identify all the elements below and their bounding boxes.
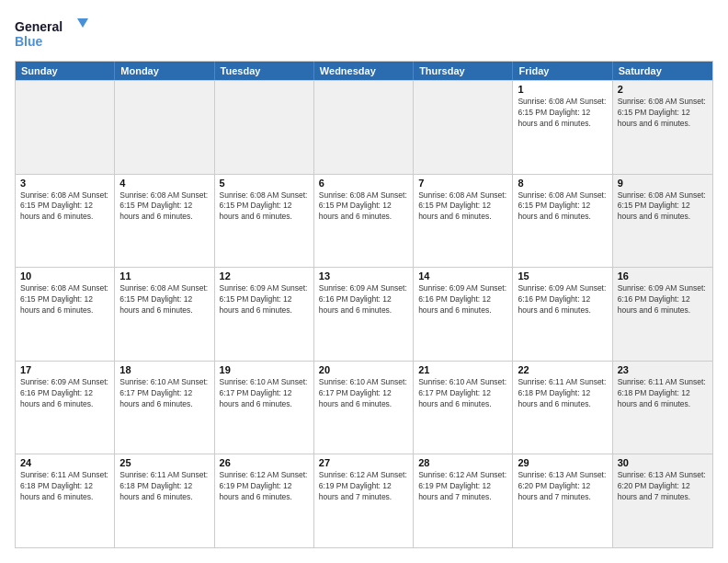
day-number: 4: [119, 178, 209, 189]
day-info: Sunrise: 6:11 AM Sunset: 6:18 PM Dayligh…: [119, 470, 209, 503]
day-number: 6: [319, 178, 408, 189]
day-number: 3: [20, 178, 109, 189]
day-info: Sunrise: 6:11 AM Sunset: 6:18 PM Dayligh…: [20, 470, 109, 503]
calendar-cell-5-3: 26Sunrise: 6:12 AM Sunset: 6:19 PM Dayli…: [215, 454, 314, 547]
svg-marker-2: [77, 18, 88, 28]
calendar-cell-4-5: 21Sunrise: 6:10 AM Sunset: 6:17 PM Dayli…: [414, 362, 513, 454]
header-monday: Monday: [115, 62, 214, 80]
day-info: Sunrise: 6:12 AM Sunset: 6:19 PM Dayligh…: [319, 470, 408, 503]
calendar-cell-1-3: [215, 81, 314, 174]
day-number: 22: [518, 364, 607, 375]
day-info: Sunrise: 6:08 AM Sunset: 6:15 PM Dayligh…: [618, 190, 708, 224]
header-thursday: Thursday: [414, 62, 513, 80]
calendar-cell-3-5: 14Sunrise: 6:09 AM Sunset: 6:16 PM Dayli…: [414, 268, 513, 361]
page: General Blue Sunday Monday Tuesday Wedne…: [0, 0, 728, 563]
day-number: 11: [119, 270, 209, 282]
calendar-cell-1-2: [115, 81, 214, 174]
calendar-cell-2-6: 8Sunrise: 6:08 AM Sunset: 6:15 PM Daylig…: [513, 175, 612, 268]
calendar-cell-4-1: 17Sunrise: 6:09 AM Sunset: 6:16 PM Dayli…: [16, 362, 115, 454]
calendar: Sunday Monday Tuesday Wednesday Thursday…: [15, 61, 713, 548]
calendar-cell-2-2: 4Sunrise: 6:08 AM Sunset: 6:15 PM Daylig…: [115, 175, 214, 268]
day-info: Sunrise: 6:08 AM Sunset: 6:15 PM Dayligh…: [518, 190, 607, 224]
calendar-cell-1-6: 1Sunrise: 6:08 AM Sunset: 6:15 PM Daylig…: [513, 81, 612, 174]
day-number: 20: [319, 364, 408, 375]
calendar-cell-3-4: 13Sunrise: 6:09 AM Sunset: 6:16 PM Dayli…: [314, 268, 414, 361]
logo: General Blue: [15, 15, 88, 52]
calendar-cell-4-4: 20Sunrise: 6:10 AM Sunset: 6:17 PM Dayli…: [314, 362, 414, 454]
day-info: Sunrise: 6:08 AM Sunset: 6:15 PM Dayligh…: [618, 97, 708, 130]
calendar-cell-3-7: 16Sunrise: 6:09 AM Sunset: 6:16 PM Dayli…: [613, 268, 712, 361]
calendar-cell-1-4: [314, 81, 414, 174]
day-number: 15: [518, 270, 607, 282]
calendar-body: 1Sunrise: 6:08 AM Sunset: 6:15 PM Daylig…: [16, 80, 712, 547]
calendar-cell-1-7: 2Sunrise: 6:08 AM Sunset: 6:15 PM Daylig…: [613, 81, 712, 174]
calendar-cell-2-1: 3Sunrise: 6:08 AM Sunset: 6:15 PM Daylig…: [16, 175, 115, 268]
header: General Blue: [15, 15, 713, 52]
svg-text:General: General: [15, 19, 63, 34]
header-friday: Friday: [513, 62, 612, 80]
day-number: 30: [618, 457, 708, 468]
header-wednesday: Wednesday: [314, 62, 414, 80]
calendar-cell-1-1: [16, 81, 115, 174]
day-info: Sunrise: 6:11 AM Sunset: 6:18 PM Dayligh…: [618, 377, 708, 410]
day-number: 24: [20, 457, 109, 468]
day-info: Sunrise: 6:08 AM Sunset: 6:15 PM Dayligh…: [119, 190, 209, 224]
calendar-cell-5-1: 24Sunrise: 6:11 AM Sunset: 6:18 PM Dayli…: [16, 454, 115, 547]
calendar-cell-3-3: 12Sunrise: 6:09 AM Sunset: 6:15 PM Dayli…: [215, 268, 314, 361]
day-info: Sunrise: 6:09 AM Sunset: 6:16 PM Dayligh…: [319, 283, 408, 316]
day-info: Sunrise: 6:10 AM Sunset: 6:17 PM Dayligh…: [418, 377, 507, 410]
calendar-cell-4-3: 19Sunrise: 6:10 AM Sunset: 6:17 PM Dayli…: [215, 362, 314, 454]
day-number: 1: [518, 84, 607, 95]
day-info: Sunrise: 6:12 AM Sunset: 6:19 PM Dayligh…: [418, 470, 507, 503]
day-number: 29: [518, 457, 607, 468]
day-info: Sunrise: 6:08 AM Sunset: 6:15 PM Dayligh…: [220, 190, 309, 224]
day-info: Sunrise: 6:08 AM Sunset: 6:15 PM Dayligh…: [20, 283, 109, 316]
calendar-cell-5-2: 25Sunrise: 6:11 AM Sunset: 6:18 PM Dayli…: [115, 454, 214, 547]
calendar-row-4: 17Sunrise: 6:09 AM Sunset: 6:16 PM Dayli…: [16, 361, 712, 454]
day-number: 16: [618, 270, 708, 282]
calendar-cell-2-7: 9Sunrise: 6:08 AM Sunset: 6:15 PM Daylig…: [613, 175, 712, 268]
calendar-row-5: 24Sunrise: 6:11 AM Sunset: 6:18 PM Dayli…: [16, 454, 712, 547]
day-info: Sunrise: 6:09 AM Sunset: 6:16 PM Dayligh…: [418, 283, 507, 316]
calendar-row-2: 3Sunrise: 6:08 AM Sunset: 6:15 PM Daylig…: [16, 174, 712, 268]
calendar-cell-5-4: 27Sunrise: 6:12 AM Sunset: 6:19 PM Dayli…: [314, 454, 414, 547]
calendar-cell-1-5: [414, 81, 513, 174]
day-info: Sunrise: 6:10 AM Sunset: 6:17 PM Dayligh…: [319, 377, 408, 410]
calendar-cell-3-2: 11Sunrise: 6:08 AM Sunset: 6:15 PM Dayli…: [115, 268, 214, 361]
day-number: 17: [20, 364, 109, 375]
day-number: 21: [418, 364, 507, 375]
day-info: Sunrise: 6:08 AM Sunset: 6:15 PM Dayligh…: [518, 97, 607, 130]
day-info: Sunrise: 6:08 AM Sunset: 6:15 PM Dayligh…: [119, 283, 209, 316]
day-number: 26: [220, 457, 309, 468]
day-number: 18: [119, 364, 209, 375]
day-number: 14: [418, 270, 507, 282]
calendar-cell-2-4: 6Sunrise: 6:08 AM Sunset: 6:15 PM Daylig…: [314, 175, 414, 268]
header-saturday: Saturday: [613, 62, 712, 80]
calendar-cell-4-2: 18Sunrise: 6:10 AM Sunset: 6:17 PM Dayli…: [115, 362, 214, 454]
day-number: 2: [618, 84, 708, 95]
day-number: 10: [20, 270, 109, 282]
day-info: Sunrise: 6:11 AM Sunset: 6:18 PM Dayligh…: [518, 377, 607, 410]
day-number: 19: [220, 364, 309, 375]
day-info: Sunrise: 6:09 AM Sunset: 6:16 PM Dayligh…: [20, 377, 109, 410]
day-info: Sunrise: 6:10 AM Sunset: 6:17 PM Dayligh…: [220, 377, 309, 410]
day-info: Sunrise: 6:08 AM Sunset: 6:15 PM Dayligh…: [319, 190, 408, 224]
day-number: 9: [618, 178, 708, 189]
header-tuesday: Tuesday: [215, 62, 314, 80]
calendar-cell-3-1: 10Sunrise: 6:08 AM Sunset: 6:15 PM Dayli…: [16, 268, 115, 361]
day-number: 27: [319, 457, 408, 468]
day-info: Sunrise: 6:13 AM Sunset: 6:20 PM Dayligh…: [618, 470, 708, 503]
day-info: Sunrise: 6:09 AM Sunset: 6:16 PM Dayligh…: [518, 283, 607, 316]
day-number: 12: [220, 270, 309, 282]
day-info: Sunrise: 6:08 AM Sunset: 6:15 PM Dayligh…: [418, 190, 507, 224]
day-number: 8: [518, 178, 607, 189]
svg-text:Blue: Blue: [15, 34, 43, 49]
day-number: 5: [220, 178, 309, 189]
calendar-row-3: 10Sunrise: 6:08 AM Sunset: 6:15 PM Dayli…: [16, 267, 712, 361]
day-info: Sunrise: 6:10 AM Sunset: 6:17 PM Dayligh…: [119, 377, 209, 410]
calendar-cell-3-6: 15Sunrise: 6:09 AM Sunset: 6:16 PM Dayli…: [513, 268, 612, 361]
calendar-cell-5-7: 30Sunrise: 6:13 AM Sunset: 6:20 PM Dayli…: [613, 454, 712, 547]
day-number: 25: [119, 457, 209, 468]
calendar-cell-2-3: 5Sunrise: 6:08 AM Sunset: 6:15 PM Daylig…: [215, 175, 314, 268]
calendar-cell-4-7: 23Sunrise: 6:11 AM Sunset: 6:18 PM Dayli…: [613, 362, 712, 454]
